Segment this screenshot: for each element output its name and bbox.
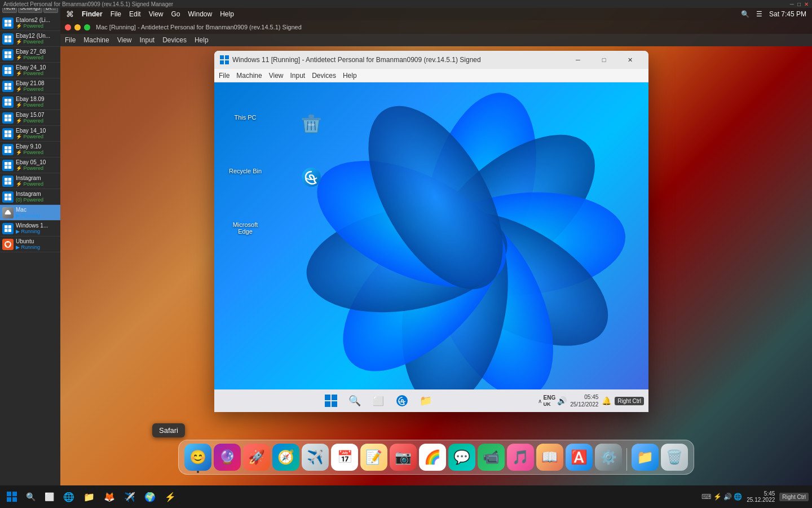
sidebar-item-instagram2[interactable]: Instagram (0) Powered [0,189,60,205]
window-menu[interactable]: Window [188,10,213,18]
dock-books[interactable]: 📖 [536,444,563,471]
dock-folder[interactable]: 📁 [632,444,659,471]
file-menu[interactable]: File [111,10,121,18]
win11-explorer-taskbar[interactable]: 📁 [416,391,436,411]
win-search-btn[interactable]: 🔍 [23,488,39,506]
win11-edge-taskbar[interactable] [392,391,412,411]
sidebar-item-ebay910[interactable]: Ebay 9.10 ⚡ Powered [0,142,60,157]
sidebar-item-ebay2108[interactable]: Ebay 21.08 ⚡ Powered [0,78,60,94]
dock-messages[interactable]: 💬 [448,444,475,471]
win11-view-menu[interactable]: View [269,72,284,80]
mac-vm-input[interactable]: Input [140,36,155,44]
sidebar-item-ebay2708[interactable]: Ebay 27_08 ⚡ Powered [0,47,60,63]
minimize-icon[interactable]: ─ [790,1,794,7]
mac-vm-devices[interactable]: Devices [162,36,187,44]
sidebar-item-ebay1809[interactable]: Ebay 18.09 ⚡ Powered [0,94,60,110]
dock-appstore[interactable]: 🅰️ [566,444,593,471]
edit-menu[interactable]: Edit [129,10,141,18]
sidebar-item-ebay1507[interactable]: Ebay 15.07 ⚡ Powered [0,110,60,126]
win-start-btn[interactable] [3,488,20,506]
finder-menu[interactable]: Finder [82,10,103,18]
win-telegram-btn[interactable]: ✈️ [121,488,139,506]
maximize-traffic-light[interactable] [84,24,90,30]
win-explorer-btn[interactable]: 📁 [80,488,98,506]
facetime-icon: 📹 [483,449,500,465]
messages-icon: 💬 [453,449,470,465]
svg-rect-26 [5,118,8,121]
win11-search-button[interactable]: 🔍 [345,391,365,411]
win11-input-menu[interactable]: Input [290,72,306,80]
dock-calendar[interactable]: 📅 [331,444,358,471]
search-icon[interactable]: 🔍 [741,10,749,18]
sidebar-item-mac[interactable]: Mac ▶ Running [0,205,60,221]
dock-mail[interactable]: ✈️ [302,444,329,471]
win-clock[interactable]: 5:45 25.12.2022 [747,491,775,503]
recycle-bin-icon[interactable]: Recycle Bin [226,142,265,177]
sidebar-item-ebay1410[interactable]: Ebay 14_10 ⚡ Powered [0,126,60,142]
dock-finder[interactable]: 😊 [184,444,211,471]
view-menu[interactable]: View [149,10,164,18]
win-firefox-btn[interactable]: 🦊 [100,488,118,506]
dock-trash[interactable]: 🗑️ [661,444,688,471]
win11-maximize[interactable]: □ [591,51,617,69]
win11-start-button[interactable] [321,391,341,411]
win11-file-menu[interactable]: File [219,72,230,80]
close-icon[interactable]: ✕ [804,1,809,7]
win11-devices-menu[interactable]: Devices [312,72,336,80]
speaker-icon[interactable]: 🔊 [557,396,567,405]
sidebar-item-etalons2[interactable]: Etalons2 (Li... ⚡ Powered [0,15,60,31]
dock-photobooth[interactable]: 📷 [390,444,417,471]
sidebar-item-instagram1[interactable]: Instagram ⚡ Powered [0,173,60,189]
sidebar-item-windows11[interactable]: Windows 1... ▶ Running [0,221,60,237]
svg-rect-19 [8,86,12,90]
list-icon[interactable]: ☰ [756,10,762,18]
microsoft-edge-icon[interactable]: Microsoft Edge [226,195,265,237]
close-traffic-light[interactable] [65,24,71,30]
dock-facetime[interactable]: 📹 [478,444,505,471]
win11-help-menu[interactable]: Help [343,72,357,80]
svg-rect-3 [8,23,12,27]
dock-notes[interactable]: 📝 [360,444,387,471]
dock-safari[interactable]: 🧭 Safari [272,444,299,471]
mac-vm-machine[interactable]: Machine [83,36,109,44]
svg-rect-50 [5,229,8,232]
dock-launchpad[interactable]: 🚀 [243,444,270,471]
chevron-icon[interactable]: ∧ [538,398,542,404]
dock-sysprefs[interactable]: ⚙️ [595,444,622,471]
minimize-traffic-light[interactable] [74,24,81,30]
dock-photos[interactable]: 🌈 [419,444,446,471]
svg-rect-48 [5,225,8,229]
win11-minimize[interactable]: ─ [565,51,591,69]
svg-rect-84 [7,497,11,502]
apple-logo[interactable]: ⌘ [66,10,74,19]
dock-music[interactable]: 🎵 [507,444,534,471]
notification-icon[interactable]: 🔔 [602,396,611,405]
dock-siri[interactable]: 🔮 [214,444,241,471]
mac-vm-file[interactable]: File [65,36,76,44]
win-chrome-btn[interactable]: 🌐 [60,488,78,506]
svg-point-53 [7,241,8,242]
sidebar-item-ebay12[interactable]: Ebay12 (Un... ⚡ Powered [0,31,60,47]
sidebar-item-ebay0510[interactable]: Ebay 05_10 ⚡ Powered [0,157,60,173]
mac-vm-help[interactable]: Help [195,36,209,44]
taskbar-clock[interactable]: 05:45 25/12/2022 [570,393,598,408]
win-taskview-btn[interactable]: ⬜ [41,488,58,506]
win11-close[interactable]: ✕ [617,51,643,69]
help-menu[interactable]: Help [220,10,234,18]
svg-rect-41 [8,178,12,181]
win11-taskview-button[interactable]: ⬜ [368,391,389,411]
sidebar-item-ubuntu[interactable]: Ubuntu ▶ Running [0,237,60,252]
win-browser2-btn[interactable]: 🌍 [141,488,159,506]
sidebar-item-ebay2410[interactable]: Ebay 24_10 ⚡ Powered [0,63,60,78]
win11-machine-menu[interactable]: Machine [236,72,262,80]
win-flash-btn[interactable]: ⚡ [161,488,179,506]
this-pc-icon[interactable]: This PC [226,88,265,123]
this-pc-img [234,90,257,113]
maximize-icon[interactable]: □ [797,1,801,7]
go-menu[interactable]: Go [171,10,180,18]
taskbar-sys-area: ∧ ENGUK 🔊 05:45 25/12/2022 🔔 Right Ctrl [538,393,644,408]
svg-rect-78 [332,395,337,400]
sidebar-item-text: Ubuntu ▶ Running [16,238,40,250]
mac-vm-view[interactable]: View [117,36,132,44]
win-icon [2,17,14,29]
